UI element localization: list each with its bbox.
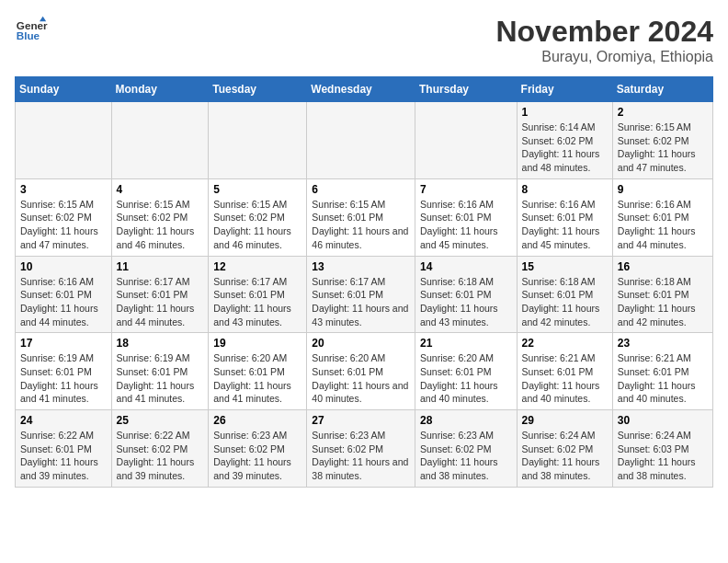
day-number: 29 <box>522 414 608 427</box>
calendar-cell: 30Sunrise: 6:24 AM Sunset: 6:03 PM Dayli… <box>612 410 712 488</box>
calendar-cell <box>415 102 517 179</box>
weekday-header-monday: Monday <box>111 77 209 102</box>
day-number: 9 <box>618 183 708 196</box>
day-info: Sunrise: 6:21 AM Sunset: 6:01 PM Dayligh… <box>522 351 608 406</box>
day-number: 26 <box>213 414 301 427</box>
day-number: 23 <box>618 337 708 350</box>
calendar-cell: 20Sunrise: 6:20 AM Sunset: 6:01 PM Dayli… <box>307 333 415 410</box>
day-number: 24 <box>20 414 107 427</box>
day-info: Sunrise: 6:16 AM Sunset: 6:01 PM Dayligh… <box>618 198 708 252</box>
day-info: Sunrise: 6:22 AM Sunset: 6:02 PM Dayligh… <box>117 429 204 483</box>
day-number: 5 <box>213 183 301 196</box>
calendar-cell: 18Sunrise: 6:19 AM Sunset: 6:01 PM Dayli… <box>111 333 209 410</box>
day-info: Sunrise: 6:20 AM Sunset: 6:01 PM Dayligh… <box>213 351 301 406</box>
calendar-cell: 1Sunrise: 6:14 AM Sunset: 6:02 PM Daylig… <box>517 102 612 179</box>
day-info: Sunrise: 6:22 AM Sunset: 6:01 PM Dayligh… <box>20 429 107 483</box>
day-info: Sunrise: 6:17 AM Sunset: 6:01 PM Dayligh… <box>312 275 410 329</box>
calendar-cell: 16Sunrise: 6:18 AM Sunset: 6:01 PM Dayli… <box>612 256 712 333</box>
calendar-cell: 9Sunrise: 6:16 AM Sunset: 6:01 PM Daylig… <box>612 178 712 256</box>
calendar-cell: 19Sunrise: 6:20 AM Sunset: 6:01 PM Dayli… <box>209 333 307 410</box>
calendar-cell: 6Sunrise: 6:15 AM Sunset: 6:01 PM Daylig… <box>307 178 415 256</box>
day-info: Sunrise: 6:16 AM Sunset: 6:01 PM Dayligh… <box>20 275 107 329</box>
weekday-header-thursday: Thursday <box>415 77 517 102</box>
day-info: Sunrise: 6:17 AM Sunset: 6:01 PM Dayligh… <box>213 275 301 329</box>
calendar-cell <box>209 102 307 179</box>
weekday-header-wednesday: Wednesday <box>307 77 415 102</box>
day-number: 30 <box>618 414 708 427</box>
page-title: November 2024 <box>495 15 713 49</box>
calendar-cell: 3Sunrise: 6:15 AM Sunset: 6:02 PM Daylig… <box>16 178 112 256</box>
calendar-cell: 29Sunrise: 6:24 AM Sunset: 6:02 PM Dayli… <box>517 410 612 488</box>
day-info: Sunrise: 6:24 AM Sunset: 6:03 PM Dayligh… <box>618 429 708 483</box>
day-number: 21 <box>420 337 512 350</box>
weekday-header-friday: Friday <box>517 77 612 102</box>
day-info: Sunrise: 6:20 AM Sunset: 6:01 PM Dayligh… <box>420 351 512 406</box>
day-info: Sunrise: 6:18 AM Sunset: 6:01 PM Dayligh… <box>420 275 512 329</box>
calendar-cell: 28Sunrise: 6:23 AM Sunset: 6:02 PM Dayli… <box>415 410 517 488</box>
calendar-cell: 10Sunrise: 6:16 AM Sunset: 6:01 PM Dayli… <box>16 256 112 333</box>
day-number: 16 <box>618 260 708 273</box>
calendar-cell: 7Sunrise: 6:16 AM Sunset: 6:01 PM Daylig… <box>415 178 517 256</box>
calendar-cell: 12Sunrise: 6:17 AM Sunset: 6:01 PM Dayli… <box>209 256 307 333</box>
calendar-cell: 21Sunrise: 6:20 AM Sunset: 6:01 PM Dayli… <box>415 333 517 410</box>
calendar-cell: 13Sunrise: 6:17 AM Sunset: 6:01 PM Dayli… <box>307 256 415 333</box>
day-info: Sunrise: 6:17 AM Sunset: 6:01 PM Dayligh… <box>117 275 204 329</box>
day-info: Sunrise: 6:19 AM Sunset: 6:01 PM Dayligh… <box>20 351 107 406</box>
page-subtitle: Burayu, Oromiya, Ethiopia <box>495 49 713 65</box>
calendar-cell: 25Sunrise: 6:22 AM Sunset: 6:02 PM Dayli… <box>111 410 209 488</box>
day-number: 1 <box>522 106 608 119</box>
day-number: 28 <box>420 414 512 427</box>
calendar-cell: 22Sunrise: 6:21 AM Sunset: 6:01 PM Dayli… <box>517 333 612 410</box>
calendar-cell: 5Sunrise: 6:15 AM Sunset: 6:02 PM Daylig… <box>209 178 307 256</box>
day-info: Sunrise: 6:23 AM Sunset: 6:02 PM Dayligh… <box>312 429 410 483</box>
day-info: Sunrise: 6:21 AM Sunset: 6:01 PM Dayligh… <box>618 351 708 406</box>
calendar-cell: 26Sunrise: 6:23 AM Sunset: 6:02 PM Dayli… <box>209 410 307 488</box>
day-info: Sunrise: 6:24 AM Sunset: 6:02 PM Dayligh… <box>522 429 608 483</box>
title-block: November 2024 Burayu, Oromiya, Ethiopia <box>495 15 713 65</box>
day-number: 3 <box>20 183 107 196</box>
calendar-cell: 11Sunrise: 6:17 AM Sunset: 6:01 PM Dayli… <box>111 256 209 333</box>
week-row-5: 24Sunrise: 6:22 AM Sunset: 6:01 PM Dayli… <box>16 410 713 488</box>
day-number: 20 <box>312 337 410 350</box>
day-number: 11 <box>117 260 204 273</box>
day-info: Sunrise: 6:18 AM Sunset: 6:01 PM Dayligh… <box>522 275 608 329</box>
day-info: Sunrise: 6:16 AM Sunset: 6:01 PM Dayligh… <box>420 198 512 252</box>
week-row-2: 3Sunrise: 6:15 AM Sunset: 6:02 PM Daylig… <box>16 178 713 256</box>
week-row-4: 17Sunrise: 6:19 AM Sunset: 6:01 PM Dayli… <box>16 333 713 410</box>
day-number: 14 <box>420 260 512 273</box>
calendar-cell: 2Sunrise: 6:15 AM Sunset: 6:02 PM Daylig… <box>612 102 712 179</box>
week-row-3: 10Sunrise: 6:16 AM Sunset: 6:01 PM Dayli… <box>16 256 713 333</box>
day-info: Sunrise: 6:15 AM Sunset: 6:02 PM Dayligh… <box>117 198 204 252</box>
day-info: Sunrise: 6:18 AM Sunset: 6:01 PM Dayligh… <box>618 275 708 329</box>
day-number: 25 <box>117 414 204 427</box>
day-info: Sunrise: 6:15 AM Sunset: 6:02 PM Dayligh… <box>213 198 301 252</box>
calendar-cell <box>111 102 209 179</box>
day-number: 27 <box>312 414 410 427</box>
day-info: Sunrise: 6:23 AM Sunset: 6:02 PM Dayligh… <box>213 429 301 483</box>
calendar-cell: 14Sunrise: 6:18 AM Sunset: 6:01 PM Dayli… <box>415 256 517 333</box>
calendar-cell: 8Sunrise: 6:16 AM Sunset: 6:01 PM Daylig… <box>517 178 612 256</box>
calendar-cell: 24Sunrise: 6:22 AM Sunset: 6:01 PM Dayli… <box>16 410 112 488</box>
day-number: 10 <box>20 260 107 273</box>
weekday-header-saturday: Saturday <box>612 77 712 102</box>
day-info: Sunrise: 6:15 AM Sunset: 6:01 PM Dayligh… <box>312 198 410 252</box>
day-number: 19 <box>213 337 301 350</box>
day-info: Sunrise: 6:15 AM Sunset: 6:02 PM Dayligh… <box>618 121 708 175</box>
day-number: 7 <box>420 183 512 196</box>
svg-text:Blue: Blue <box>17 29 40 41</box>
day-number: 22 <box>522 337 608 350</box>
calendar-cell: 23Sunrise: 6:21 AM Sunset: 6:01 PM Dayli… <box>612 333 712 410</box>
logo: General Blue <box>15 15 48 48</box>
day-number: 8 <box>522 183 608 196</box>
day-number: 6 <box>312 183 410 196</box>
page-header: General Blue November 2024 Burayu, Oromi… <box>15 15 713 65</box>
day-number: 2 <box>618 106 708 119</box>
day-info: Sunrise: 6:14 AM Sunset: 6:02 PM Dayligh… <box>522 121 608 175</box>
calendar-cell <box>16 102 112 179</box>
day-number: 4 <box>117 183 204 196</box>
day-number: 13 <box>312 260 410 273</box>
week-row-1: 1Sunrise: 6:14 AM Sunset: 6:02 PM Daylig… <box>16 102 713 179</box>
day-info: Sunrise: 6:20 AM Sunset: 6:01 PM Dayligh… <box>312 351 410 406</box>
calendar-cell <box>307 102 415 179</box>
day-info: Sunrise: 6:19 AM Sunset: 6:01 PM Dayligh… <box>117 351 204 406</box>
